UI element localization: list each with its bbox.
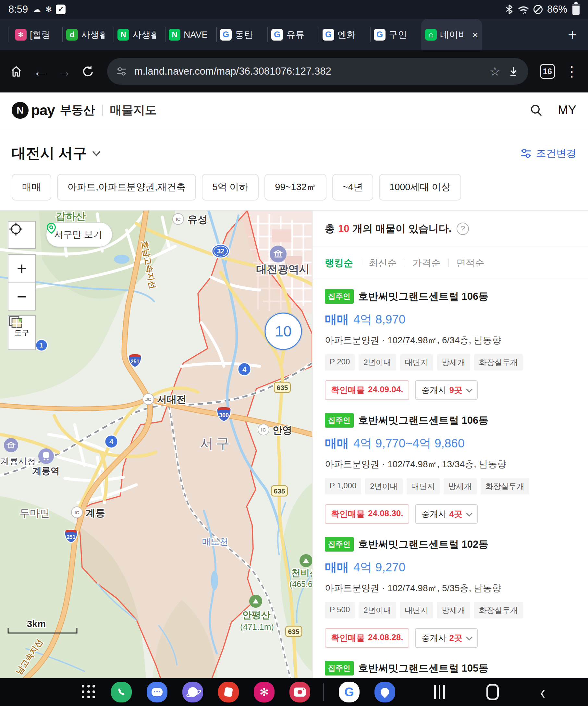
filter-chip-area[interactable]: 99~132㎡ bbox=[265, 174, 326, 200]
listing-card-3[interactable]: 집주인 호반써밋그랜드센트럴 102동 매매 4억 9,270 아파트분양권 ·… bbox=[325, 537, 576, 648]
map-label-seodaejeon: 서대전 bbox=[157, 394, 186, 404]
confirm-date: 24.09.04. bbox=[368, 385, 403, 396]
tab-8[interactable]: G구인 bbox=[370, 19, 421, 50]
map-label-gyeryong: 계룡 bbox=[86, 507, 105, 518]
listing-tag: P 1,000 bbox=[325, 478, 361, 495]
sort-newest[interactable]: 최신순 bbox=[361, 257, 405, 270]
sort-ranking[interactable]: 랭킹순 bbox=[325, 257, 361, 270]
view-district-only-button[interactable]: 서구만 보기 bbox=[46, 222, 112, 247]
agents-dropdown[interactable]: 중개사9곳 bbox=[415, 380, 477, 400]
listing-tag: 2년이내 bbox=[359, 354, 396, 370]
chevron-down-icon bbox=[91, 150, 101, 157]
tab-2-favicon: d bbox=[66, 29, 78, 41]
browser-menu-icon[interactable]: ⋮ bbox=[565, 64, 579, 79]
zoom-in-button[interactable]: + bbox=[8, 255, 35, 282]
map-canvas[interactable]: 호남고속지선 남고속지선 갑하산 (468.7m) 서구 두마면 매노천 대전광… bbox=[0, 210, 312, 678]
browser-app-icon[interactable] bbox=[182, 682, 203, 702]
reload-button[interactable] bbox=[81, 64, 95, 79]
deal-type: 매매 bbox=[325, 311, 349, 328]
map-label-gapasan: 갑하산 bbox=[56, 210, 86, 222]
listing-tag: 방세개 bbox=[443, 478, 477, 495]
help-icon[interactable]: ? bbox=[457, 223, 469, 235]
route-shield-32: 32 bbox=[212, 244, 229, 258]
back-button[interactable]: ← bbox=[33, 64, 47, 79]
realestate-section-label[interactable]: 부동산 bbox=[60, 102, 95, 118]
tab-2[interactable]: d사생활 bbox=[62, 19, 114, 50]
sort-area[interactable]: 면적순 bbox=[448, 257, 492, 270]
filter-chip-age[interactable]: ~4년 bbox=[332, 174, 373, 200]
flower-app-icon[interactable]: ✻ bbox=[254, 682, 275, 702]
agents-dropdown[interactable]: 중개사2곳 bbox=[415, 628, 477, 648]
download-icon[interactable] bbox=[508, 66, 519, 77]
red-app-icon[interactable] bbox=[218, 682, 239, 702]
listing-total: 총 10 개의 매물이 있습니다. ? bbox=[313, 210, 588, 247]
google-app-icon[interactable]: G bbox=[339, 682, 359, 702]
battery-icon bbox=[573, 4, 580, 15]
filter-chip-price[interactable]: 5억 이하 bbox=[202, 174, 259, 200]
my-menu-button[interactable]: MY bbox=[558, 103, 576, 117]
zoom-out-button[interactable]: − bbox=[8, 282, 35, 310]
tab-3[interactable]: N사생활 bbox=[114, 19, 165, 50]
tab-close-icon[interactable]: × bbox=[472, 29, 478, 40]
new-tab-button[interactable]: + bbox=[568, 19, 577, 50]
tab-count-button[interactable]: 16 bbox=[540, 64, 555, 79]
naver-pay-logo-text[interactable]: pay bbox=[31, 102, 55, 118]
recents-button[interactable] bbox=[434, 685, 445, 699]
listing-tag: 방세개 bbox=[437, 354, 470, 370]
zoom-controls: + − bbox=[8, 254, 36, 311]
site-settings-icon[interactable] bbox=[116, 66, 127, 77]
agents-count: 9곳 bbox=[449, 385, 462, 396]
app-drawer-button[interactable] bbox=[82, 685, 96, 699]
url-text[interactable]: m.land.naver.com/map/36.3081076:127.382 bbox=[134, 66, 482, 77]
filter-chip-property-type[interactable]: 아파트,아파트분양권,재건축 bbox=[57, 174, 196, 200]
listing-card-2[interactable]: 집주인 호반써밋그랜드센트럴 106동 매매 4억 9,770~4억 9,860… bbox=[325, 413, 576, 524]
agents-dropdown[interactable]: 중개사4곳 bbox=[415, 504, 477, 524]
tab-active-naver-land[interactable]: ⌂네이버× bbox=[421, 19, 482, 50]
messages-app-icon[interactable] bbox=[147, 682, 167, 702]
partial-tab[interactable] bbox=[0, 27, 8, 42]
naver-app-icon[interactable] bbox=[375, 682, 395, 702]
tab-1-favicon: ✻ bbox=[15, 29, 27, 41]
search-icon[interactable] bbox=[529, 104, 543, 117]
tab-7[interactable]: G엔화 bbox=[319, 19, 370, 50]
tab-3-favicon: N bbox=[117, 29, 129, 41]
sort-price[interactable]: 가격순 bbox=[405, 257, 448, 270]
owner-badge: 집주인 bbox=[325, 413, 354, 428]
layers-icon bbox=[8, 316, 23, 329]
svg-text:4: 4 bbox=[109, 438, 114, 446]
map-tools-button[interactable]: 도구 bbox=[8, 315, 36, 350]
weather-cloud-icon: ☁ bbox=[33, 5, 41, 14]
chevron-down-icon bbox=[466, 634, 472, 640]
home-button-android[interactable] bbox=[486, 684, 499, 700]
tab-6-favicon: G bbox=[271, 29, 283, 41]
ic-marker: IC bbox=[176, 217, 181, 222]
filter-chip-deal-type[interactable]: 매매 bbox=[12, 174, 51, 200]
back-button-android[interactable]: ‹ bbox=[540, 681, 545, 703]
chat-bubble-glyph bbox=[152, 688, 163, 696]
interruption-blocked-icon bbox=[534, 5, 543, 14]
url-bar[interactable]: m.land.naver.com/map/36.3081076:127.382 … bbox=[107, 58, 528, 85]
tab-6[interactable]: G유튜 bbox=[267, 19, 319, 50]
phone-app-icon[interactable] bbox=[111, 682, 132, 702]
listing-tag: 2년이내 bbox=[365, 478, 402, 495]
listing-info: 아파트분양권 · 102/74.98㎡, 5/35층, 남동향 bbox=[325, 582, 576, 594]
listing-card-4[interactable]: 집주인 호반써밋그랜드센트럴 105동 매매 4억 9,770 bbox=[325, 661, 576, 678]
listing-card-1[interactable]: 집주인 호반써밋그랜드센트럴 106동 매매 4억 8,970 아파트분양권 ·… bbox=[325, 289, 576, 400]
locate-me-button[interactable] bbox=[8, 221, 36, 249]
naver-pay-logo-icon[interactable]: N bbox=[12, 102, 29, 119]
camera-app-icon[interactable] bbox=[289, 682, 310, 702]
listing-tag: 화장실두개 bbox=[481, 478, 529, 495]
filter-chip-households[interactable]: 1000세대 이상 bbox=[379, 174, 461, 200]
region-selector[interactable]: 대전시 서구 bbox=[12, 144, 101, 163]
listing-cluster-marker[interactable]: 10 bbox=[264, 312, 303, 351]
bookmark-star-icon[interactable]: ☆ bbox=[489, 65, 500, 78]
home-button[interactable] bbox=[9, 64, 23, 79]
change-conditions-button[interactable]: 조건변경 bbox=[520, 147, 576, 160]
listing-title: 호반써밋그랜드센트럴 102동 bbox=[358, 538, 488, 551]
tab-4[interactable]: NNAVER bbox=[165, 19, 216, 50]
tab-1[interactable]: ✻[힐링 bbox=[11, 19, 62, 50]
listing-tag: 대단지 bbox=[400, 354, 433, 370]
browser-toolbar: ← → m.land.naver.com/map/36.3081076:127.… bbox=[0, 50, 588, 92]
tab-5[interactable]: G동탄 bbox=[216, 19, 267, 50]
forward-button[interactable]: → bbox=[57, 64, 71, 79]
